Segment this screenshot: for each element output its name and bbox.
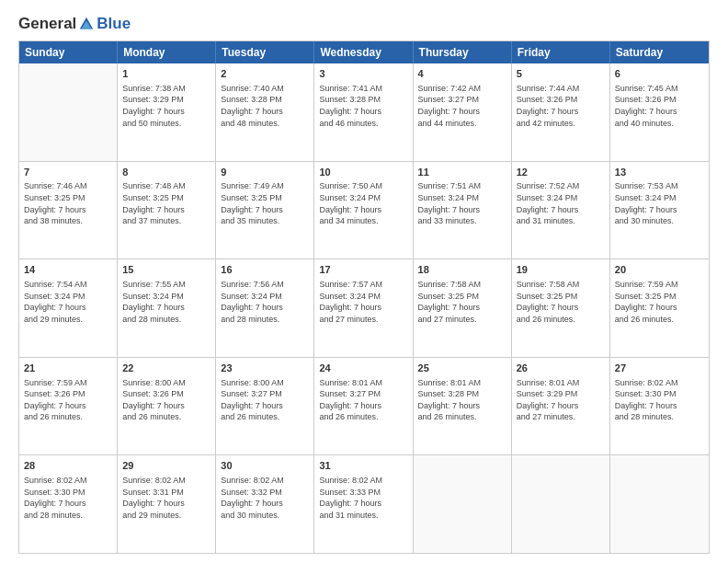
calendar-cell-24: 24Sunrise: 8:01 AM Sunset: 3:27 PM Dayli…: [314, 358, 413, 455]
day-number: 30: [221, 459, 309, 473]
cell-details: Sunrise: 8:02 AM Sunset: 3:32 PM Dayligh…: [221, 475, 309, 521]
cell-details: Sunrise: 7:59 AM Sunset: 3:25 PM Dayligh…: [615, 279, 704, 325]
day-number: 3: [319, 67, 407, 81]
logo-blue-text: Blue: [97, 15, 131, 33]
day-number: 21: [24, 362, 112, 375]
cell-details: Sunrise: 7:56 AM Sunset: 3:24 PM Dayligh…: [221, 279, 309, 325]
logo-general-text: General: [18, 15, 76, 33]
day-number: 27: [615, 362, 704, 375]
day-number: 29: [122, 459, 210, 473]
cell-details: Sunrise: 7:50 AM Sunset: 3:24 PM Dayligh…: [319, 180, 407, 226]
cell-details: Sunrise: 8:01 AM Sunset: 3:28 PM Dayligh…: [418, 377, 506, 423]
calendar-cell-8: 8Sunrise: 7:48 AM Sunset: 3:25 PM Daylig…: [118, 162, 216, 259]
day-number: 25: [418, 362, 506, 375]
calendar-cell-29: 29Sunrise: 8:02 AM Sunset: 3:31 PM Dayli…: [118, 455, 216, 553]
day-number: 15: [122, 263, 210, 277]
calendar-header: SundayMondayTuesdayWednesdayThursdayFrid…: [19, 41, 709, 63]
calendar-cell-12: 12Sunrise: 7:52 AM Sunset: 3:24 PM Dayli…: [512, 162, 610, 259]
calendar-cell-22: 22Sunrise: 8:00 AM Sunset: 3:26 PM Dayli…: [118, 358, 216, 455]
calendar-cell-2: 2Sunrise: 7:40 AM Sunset: 3:28 PM Daylig…: [216, 63, 314, 161]
weekday-header-wednesday: Wednesday: [314, 41, 413, 63]
calendar-cell-7: 7Sunrise: 7:46 AM Sunset: 3:25 PM Daylig…: [19, 162, 118, 259]
calendar-body: 1Sunrise: 7:38 AM Sunset: 3:29 PM Daylig…: [19, 63, 709, 553]
calendar-cell-4: 4Sunrise: 7:42 AM Sunset: 3:27 PM Daylig…: [414, 63, 512, 161]
day-number: 20: [615, 263, 704, 277]
day-number: 14: [24, 263, 112, 277]
calendar-cell-16: 16Sunrise: 7:56 AM Sunset: 3:24 PM Dayli…: [216, 259, 314, 357]
day-number: 13: [615, 166, 704, 179]
calendar-cell-18: 18Sunrise: 7:58 AM Sunset: 3:25 PM Dayli…: [414, 259, 512, 357]
cell-details: Sunrise: 8:01 AM Sunset: 3:27 PM Dayligh…: [319, 377, 407, 423]
cell-details: Sunrise: 8:02 AM Sunset: 3:30 PM Dayligh…: [24, 475, 112, 521]
calendar-cell-empty-4-4: [414, 455, 512, 553]
weekday-header-friday: Friday: [512, 41, 610, 63]
cell-details: Sunrise: 7:45 AM Sunset: 3:26 PM Dayligh…: [615, 83, 704, 129]
calendar-cell-23: 23Sunrise: 8:00 AM Sunset: 3:27 PM Dayli…: [216, 358, 314, 455]
cell-details: Sunrise: 7:44 AM Sunset: 3:26 PM Dayligh…: [517, 83, 605, 129]
calendar-row-1: 7Sunrise: 7:46 AM Sunset: 3:25 PM Daylig…: [19, 162, 709, 260]
day-number: 4: [418, 67, 506, 81]
cell-details: Sunrise: 7:54 AM Sunset: 3:24 PM Dayligh…: [24, 279, 112, 325]
calendar-cell-empty-0-0: [19, 63, 118, 161]
day-number: 31: [319, 459, 407, 473]
cell-details: Sunrise: 8:02 AM Sunset: 3:30 PM Dayligh…: [615, 377, 704, 423]
day-number: 2: [221, 67, 309, 81]
calendar: SundayMondayTuesdayWednesdayThursdayFrid…: [18, 40, 710, 554]
page: General Blue SundayMondayTuesdayWednesda…: [0, 0, 728, 563]
calendar-row-0: 1Sunrise: 7:38 AM Sunset: 3:29 PM Daylig…: [19, 63, 709, 162]
cell-details: Sunrise: 8:01 AM Sunset: 3:29 PM Dayligh…: [517, 377, 605, 423]
day-number: 9: [221, 166, 309, 179]
calendar-row-3: 21Sunrise: 7:59 AM Sunset: 3:26 PM Dayli…: [19, 358, 709, 456]
calendar-cell-empty-4-6: [610, 455, 709, 553]
calendar-cell-17: 17Sunrise: 7:57 AM Sunset: 3:24 PM Dayli…: [314, 259, 413, 357]
cell-details: Sunrise: 7:48 AM Sunset: 3:25 PM Dayligh…: [122, 180, 210, 226]
day-number: 12: [517, 166, 605, 179]
calendar-cell-26: 26Sunrise: 8:01 AM Sunset: 3:29 PM Dayli…: [512, 358, 610, 455]
calendar-row-4: 28Sunrise: 8:02 AM Sunset: 3:30 PM Dayli…: [19, 455, 709, 553]
day-number: 22: [122, 362, 210, 375]
logo: General Blue: [18, 15, 131, 33]
day-number: 11: [418, 166, 506, 179]
day-number: 10: [319, 166, 407, 179]
header: General Blue: [18, 15, 710, 33]
day-number: 24: [319, 362, 407, 375]
day-number: 16: [221, 263, 309, 277]
weekday-header-thursday: Thursday: [414, 41, 512, 63]
weekday-header-tuesday: Tuesday: [216, 41, 314, 63]
calendar-cell-6: 6Sunrise: 7:45 AM Sunset: 3:26 PM Daylig…: [610, 63, 709, 161]
day-number: 28: [24, 459, 112, 473]
logo-icon: [78, 16, 95, 32]
cell-details: Sunrise: 7:46 AM Sunset: 3:25 PM Dayligh…: [24, 180, 112, 226]
day-number: 7: [24, 166, 112, 179]
cell-details: Sunrise: 8:02 AM Sunset: 3:31 PM Dayligh…: [122, 475, 210, 521]
day-number: 17: [319, 263, 407, 277]
weekday-header-monday: Monday: [118, 41, 216, 63]
cell-details: Sunrise: 7:41 AM Sunset: 3:28 PM Dayligh…: [319, 83, 407, 129]
cell-details: Sunrise: 7:57 AM Sunset: 3:24 PM Dayligh…: [319, 279, 407, 325]
calendar-row-2: 14Sunrise: 7:54 AM Sunset: 3:24 PM Dayli…: [19, 259, 709, 358]
calendar-cell-15: 15Sunrise: 7:55 AM Sunset: 3:24 PM Dayli…: [118, 259, 216, 357]
cell-details: Sunrise: 7:55 AM Sunset: 3:24 PM Dayligh…: [122, 279, 210, 325]
day-number: 8: [122, 166, 210, 179]
calendar-cell-30: 30Sunrise: 8:02 AM Sunset: 3:32 PM Dayli…: [216, 455, 314, 553]
calendar-cell-28: 28Sunrise: 8:02 AM Sunset: 3:30 PM Dayli…: [19, 455, 118, 553]
cell-details: Sunrise: 7:51 AM Sunset: 3:24 PM Dayligh…: [418, 180, 506, 226]
calendar-cell-20: 20Sunrise: 7:59 AM Sunset: 3:25 PM Dayli…: [610, 259, 709, 357]
cell-details: Sunrise: 7:53 AM Sunset: 3:24 PM Dayligh…: [615, 180, 704, 226]
cell-details: Sunrise: 7:38 AM Sunset: 3:29 PM Dayligh…: [122, 83, 210, 129]
cell-details: Sunrise: 7:58 AM Sunset: 3:25 PM Dayligh…: [418, 279, 506, 325]
calendar-cell-31: 31Sunrise: 8:02 AM Sunset: 3:33 PM Dayli…: [314, 455, 413, 553]
calendar-cell-10: 10Sunrise: 7:50 AM Sunset: 3:24 PM Dayli…: [314, 162, 413, 259]
calendar-cell-25: 25Sunrise: 8:01 AM Sunset: 3:28 PM Dayli…: [414, 358, 512, 455]
cell-details: Sunrise: 7:40 AM Sunset: 3:28 PM Dayligh…: [221, 83, 309, 129]
day-number: 18: [418, 263, 506, 277]
cell-details: Sunrise: 8:00 AM Sunset: 3:27 PM Dayligh…: [221, 377, 309, 423]
day-number: 19: [517, 263, 605, 277]
cell-details: Sunrise: 7:59 AM Sunset: 3:26 PM Dayligh…: [24, 377, 112, 423]
calendar-cell-empty-4-5: [512, 455, 610, 553]
cell-details: Sunrise: 7:49 AM Sunset: 3:25 PM Dayligh…: [221, 180, 309, 226]
calendar-cell-5: 5Sunrise: 7:44 AM Sunset: 3:26 PM Daylig…: [512, 63, 610, 161]
day-number: 23: [221, 362, 309, 375]
calendar-cell-1: 1Sunrise: 7:38 AM Sunset: 3:29 PM Daylig…: [118, 63, 216, 161]
calendar-cell-11: 11Sunrise: 7:51 AM Sunset: 3:24 PM Dayli…: [414, 162, 512, 259]
